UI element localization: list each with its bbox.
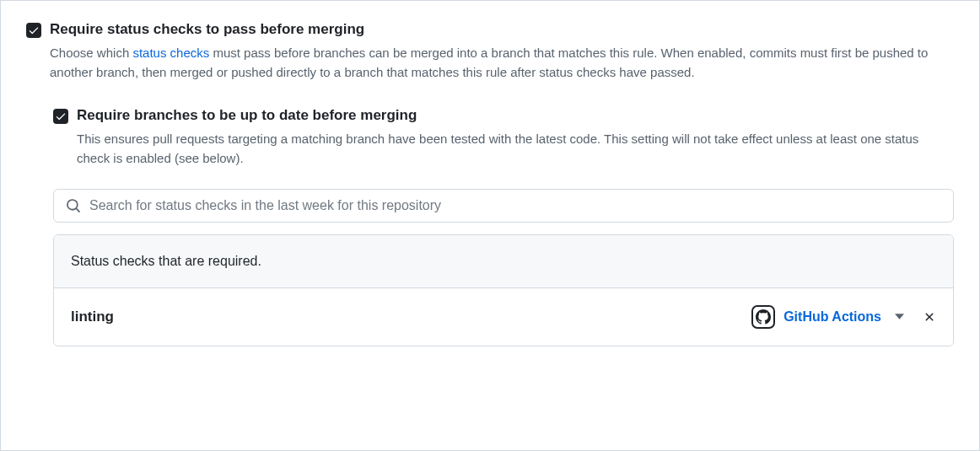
require-status-checks-option: Require status checks to pass before mer… xyxy=(26,19,954,82)
search-icon xyxy=(66,198,81,213)
desc-text-before: Choose which xyxy=(50,46,132,60)
source-dropdown-toggle[interactable] xyxy=(895,309,904,325)
require-up-to-date-checkbox[interactable] xyxy=(53,109,68,124)
option-content: Require branches to be up to date before… xyxy=(77,105,954,168)
close-icon xyxy=(923,310,936,324)
require-status-checks-desc: Choose which status checks must pass bef… xyxy=(50,43,954,83)
required-checks-box: Status checks that are required. linting… xyxy=(53,234,954,346)
check-icon xyxy=(55,110,67,122)
status-check-search-input[interactable] xyxy=(89,198,941,213)
status-checks-link[interactable]: status checks xyxy=(132,46,209,60)
required-check-source-link[interactable]: GitHub Actions xyxy=(783,309,881,325)
require-up-to-date-desc: This ensures pull requests targeting a m… xyxy=(77,129,954,169)
required-check-name: linting xyxy=(71,309,114,325)
require-up-to-date-option: Require branches to be up to date before… xyxy=(53,105,954,168)
caret-down-icon xyxy=(895,312,904,321)
nested-options: Require branches to be up to date before… xyxy=(53,105,954,346)
require-status-checks-checkbox[interactable] xyxy=(26,23,41,38)
required-checks-header: Status checks that are required. xyxy=(54,235,953,288)
remove-check-button[interactable] xyxy=(923,310,936,324)
status-check-search[interactable] xyxy=(53,189,954,223)
require-status-checks-title: Require status checks to pass before mer… xyxy=(50,19,954,40)
github-mark-icon xyxy=(756,309,771,325)
required-check-row: linting GitHub Actions xyxy=(54,288,953,346)
github-icon xyxy=(751,305,775,329)
option-content: Require status checks to pass before mer… xyxy=(50,19,954,82)
require-up-to-date-title: Require branches to be up to date before… xyxy=(77,105,954,126)
required-check-source-group: GitHub Actions xyxy=(751,305,936,329)
branch-protection-panel: Require status checks to pass before mer… xyxy=(0,0,980,451)
check-icon xyxy=(28,24,40,36)
